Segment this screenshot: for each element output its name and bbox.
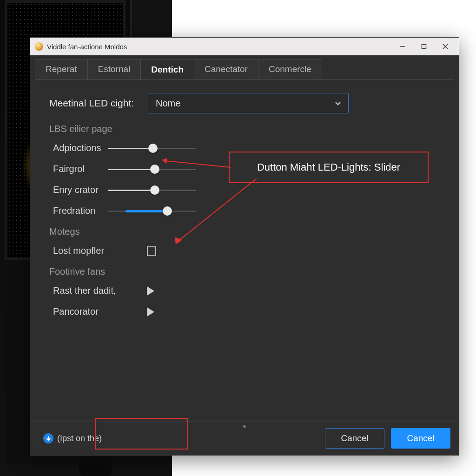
case-foot xyxy=(79,462,112,476)
tab-canectator[interactable]: Canectator xyxy=(194,59,258,79)
download-icon xyxy=(43,433,53,443)
sliders-section-title: LBS eilier page xyxy=(49,124,440,134)
ok-button[interactable]: Cancel xyxy=(391,428,450,449)
tab-dentich[interactable]: Dentich xyxy=(140,60,194,80)
app-icon xyxy=(35,42,43,51)
led-mode-select[interactable]: Nome xyxy=(149,93,349,113)
cancel-button[interactable]: Cancel xyxy=(325,428,384,449)
play-icon[interactable] xyxy=(147,286,154,296)
svg-line-4 xyxy=(165,161,231,167)
svg-line-6 xyxy=(178,178,257,241)
window-title: Viddle fan-actione Moldos xyxy=(47,43,127,51)
tab-content: Meetinal LED cight: Nome LBS eilier page… xyxy=(35,79,454,421)
slider3-label: Enry crator xyxy=(49,185,108,195)
annotation-footer-highlight xyxy=(95,418,188,450)
close-icon xyxy=(443,44,448,49)
slider-adpioctions[interactable] xyxy=(108,144,196,153)
maximize-button[interactable] xyxy=(413,38,435,55)
minimize-icon xyxy=(400,44,405,49)
tab-conmercle[interactable]: Conmercle xyxy=(258,59,322,79)
minimize-button[interactable] xyxy=(392,38,413,55)
fan1-label: Rast ther dadit, xyxy=(49,285,147,296)
ok-label: Cancel xyxy=(407,433,434,443)
fans-section-title: Footirive fans xyxy=(49,266,440,277)
resize-grip-icon[interactable] xyxy=(243,421,246,430)
titlebar[interactable]: Viddle fan-actione Moldos xyxy=(30,38,459,55)
settings-dialog: Viddle fan-actione Moldos Reperat Estorn… xyxy=(30,37,459,456)
lostmopfler-label: Lost mopfler xyxy=(49,245,147,256)
slider1-label: Adpioctions xyxy=(49,143,108,153)
lostmopfler-checkbox[interactable] xyxy=(147,246,156,256)
play-icon[interactable] xyxy=(147,307,154,317)
tab-bar: Reperat Estornal Dentich Canectator Conm… xyxy=(30,55,459,79)
tab-reperat[interactable]: Reperat xyxy=(35,59,88,79)
maximize-icon xyxy=(421,44,427,49)
svg-rect-1 xyxy=(422,45,426,49)
close-button[interactable] xyxy=(435,38,456,55)
annotation-text: Dutton Miaht LED-Lights: Slider xyxy=(257,161,400,173)
slider2-label: Fairgrol xyxy=(49,164,108,174)
dialog-footer: (Ipst on the) Cancel Cancel xyxy=(30,421,459,455)
svg-marker-5 xyxy=(162,158,167,164)
led-mode-label: Meetinal LED cight: xyxy=(49,98,149,109)
tab-estornal[interactable]: Estornal xyxy=(87,59,141,79)
annotation-arrow-2 xyxy=(173,178,266,247)
annotation-arrow-1 xyxy=(161,158,231,172)
led-mode-value: Nome xyxy=(156,98,180,109)
cancel-label: Cancel xyxy=(341,433,368,443)
fan2-label: Pancorator xyxy=(49,306,147,317)
chevron-down-icon xyxy=(334,99,342,107)
slider4-label: Fredration xyxy=(49,205,108,216)
